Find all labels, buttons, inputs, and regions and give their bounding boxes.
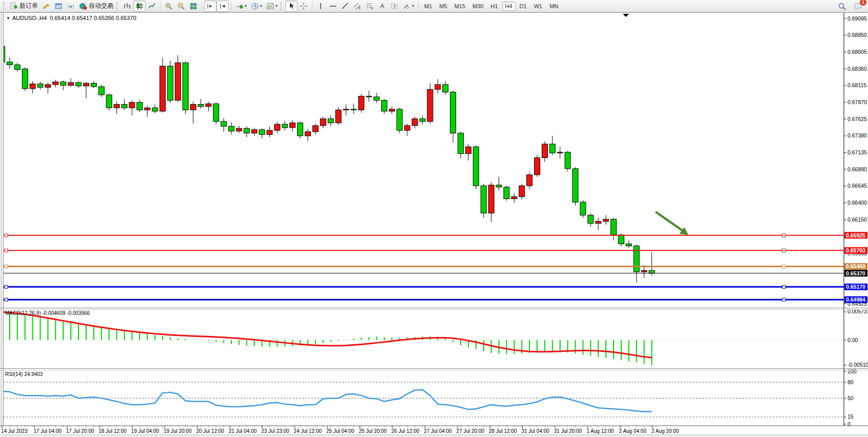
tab-timeframe-MN[interactable]: MN bbox=[546, 2, 561, 11]
candle bbox=[573, 169, 578, 202]
time-axis-label: 31 Jul 20:00 bbox=[554, 428, 582, 434]
tab-timeframe-M15[interactable]: M15 bbox=[451, 2, 468, 11]
line-chart-button[interactable] bbox=[146, 1, 158, 12]
chat-button[interactable]: 1 bbox=[852, 1, 865, 12]
toolbar-grip bbox=[116, 2, 119, 10]
candle bbox=[549, 144, 555, 153]
search-button[interactable] bbox=[836, 1, 849, 12]
candle bbox=[68, 83, 74, 85]
trendline-button[interactable] bbox=[339, 1, 351, 12]
rsi-tick-label: 0 bbox=[847, 421, 851, 427]
tab-timeframe-M5[interactable]: M5 bbox=[436, 2, 450, 11]
chart-shift-icon bbox=[219, 2, 227, 10]
macd-tick-label: -0.005102 bbox=[847, 362, 868, 368]
svg-text:F: F bbox=[371, 7, 373, 10]
tab-timeframe-H4[interactable]: H4 bbox=[502, 2, 516, 11]
notification-badge: 1 bbox=[860, 0, 866, 6]
candle bbox=[213, 104, 219, 122]
horizontal-line-button[interactable] bbox=[327, 1, 339, 12]
candle bbox=[618, 235, 624, 244]
toolbar-right: 1 bbox=[836, 1, 865, 12]
tab-timeframe-W1[interactable]: W1 bbox=[531, 2, 546, 11]
auto-trading-button[interactable]: 自动交易 bbox=[77, 1, 115, 12]
charts-button[interactable] bbox=[52, 1, 65, 12]
time-axis-label: 27 Jul 20:00 bbox=[457, 428, 485, 434]
periods-button[interactable]: ▾ bbox=[249, 1, 264, 12]
candle bbox=[649, 270, 655, 273]
candle bbox=[206, 104, 211, 106]
line-anchor bbox=[5, 265, 8, 268]
vertical-line-button[interactable] bbox=[314, 1, 327, 12]
equidistant-channel-button[interactable]: E bbox=[351, 1, 364, 12]
candle bbox=[641, 270, 647, 272]
text-button[interactable]: A bbox=[376, 1, 388, 12]
zoom-out-button[interactable] bbox=[175, 1, 187, 12]
chevron-down-icon: ▾ bbox=[260, 4, 262, 8]
rsi-tick-label: 100 bbox=[847, 368, 857, 374]
bar-chart-button[interactable] bbox=[121, 1, 133, 12]
candle bbox=[626, 244, 632, 246]
cursor-button[interactable] bbox=[285, 1, 298, 12]
candle bbox=[244, 128, 249, 133]
line-anchor bbox=[782, 234, 785, 237]
price-tick-label: 0.68605 bbox=[847, 49, 867, 55]
candle bbox=[160, 66, 165, 111]
candle bbox=[91, 83, 96, 87]
templates-button[interactable]: ▾ bbox=[264, 1, 280, 12]
candle bbox=[114, 105, 120, 108]
candle bbox=[320, 119, 326, 126]
time-axis-label: 26 Jul 12:00 bbox=[391, 428, 420, 434]
line-anchor bbox=[5, 285, 8, 288]
text-label-button[interactable]: T bbox=[388, 1, 401, 12]
tab-timeframe-M1[interactable]: M1 bbox=[421, 2, 435, 11]
price-line-pill-label: 0.65703 bbox=[846, 247, 865, 253]
charts-icon bbox=[54, 2, 63, 10]
crosshair-button[interactable] bbox=[298, 1, 310, 12]
trendline-icon bbox=[341, 2, 349, 10]
arrows-tool-icon bbox=[403, 2, 411, 10]
candlestick-chart-button[interactable] bbox=[133, 1, 146, 12]
candle bbox=[98, 87, 104, 95]
new-order-button[interactable]: 新订单 bbox=[8, 1, 40, 12]
toolbar-separator bbox=[312, 2, 312, 11]
indicators-button[interactable]: ▾ bbox=[233, 1, 249, 12]
vertical-line-icon bbox=[317, 2, 325, 10]
candle bbox=[290, 123, 295, 128]
candle bbox=[565, 152, 570, 169]
time-axis-label: 1 Aug 12:00 bbox=[586, 428, 614, 434]
candle bbox=[557, 152, 563, 153]
price-tick-label: 0.66150 bbox=[847, 216, 867, 223]
mt4-terminal: 新订单 自动交易 ▾ ▾ ▾ E F A bbox=[0, 0, 868, 437]
arrows-tool-button[interactable]: ▾ bbox=[401, 1, 416, 12]
line-chart-icon bbox=[148, 2, 156, 10]
toolbar-separator bbox=[160, 2, 161, 11]
time-axis-label: 18 Jul 12:00 bbox=[98, 428, 127, 434]
tab-timeframe-H1[interactable]: H1 bbox=[487, 2, 501, 11]
zoom-in-button[interactable] bbox=[163, 1, 175, 12]
candle bbox=[435, 85, 441, 89]
auto-scroll-button[interactable] bbox=[204, 1, 216, 12]
tab-timeframe-D1[interactable]: D1 bbox=[517, 2, 530, 11]
chevron-down-icon: ▾ bbox=[245, 4, 247, 8]
candle bbox=[450, 92, 456, 133]
fibonacci-button[interactable]: F bbox=[364, 1, 376, 12]
price-tick-label: 0.68115 bbox=[847, 82, 866, 88]
chart-title: ▼AUDUSD-,H4 0.65414 0.65417 0.65356 0.65… bbox=[6, 15, 136, 21]
price-line-pill-label: 0.65170 bbox=[846, 284, 865, 290]
candle bbox=[542, 144, 547, 158]
time-axis-label: 14 Jul 2023 bbox=[1, 428, 28, 434]
chart-canvas[interactable]: 0.690950.688500.686050.683600.681150.678… bbox=[0, 12, 868, 437]
auto-trading-icon bbox=[79, 2, 87, 10]
tab-timeframe-M30[interactable]: M30 bbox=[469, 2, 486, 11]
tile-windows-button[interactable] bbox=[187, 1, 200, 12]
chart-shift-button[interactable] bbox=[216, 1, 229, 12]
candle bbox=[167, 66, 173, 101]
rsi-tick-label: 15 bbox=[847, 413, 854, 420]
signal-button[interactable] bbox=[65, 1, 77, 12]
price-line-pill-label: 0.65469 bbox=[846, 263, 865, 269]
candle bbox=[145, 108, 150, 110]
candle bbox=[481, 186, 486, 213]
candle bbox=[465, 147, 471, 153]
candle bbox=[488, 185, 494, 213]
alerts-button[interactable] bbox=[40, 1, 52, 12]
